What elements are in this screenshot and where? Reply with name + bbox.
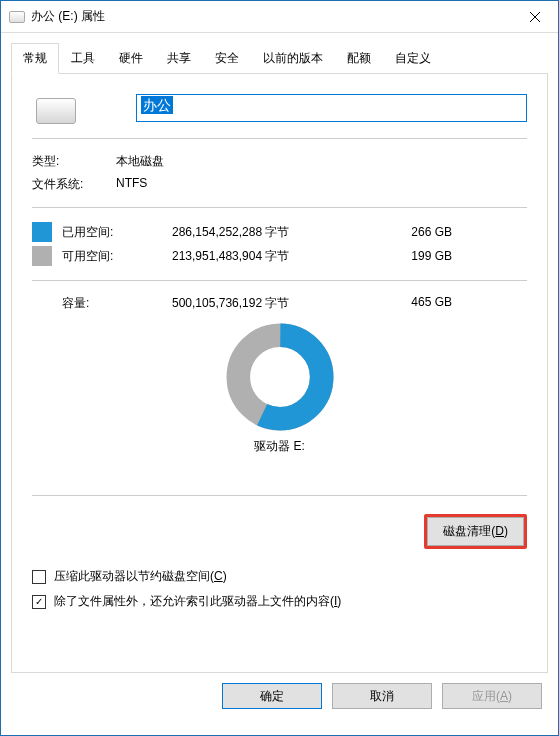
tab-4[interactable]: 安全 bbox=[203, 43, 251, 74]
used-gb: 266 GB bbox=[372, 225, 452, 239]
usage-pie-chart bbox=[225, 322, 335, 432]
drive-letter-label: 驱动器 E: bbox=[32, 438, 527, 455]
tab-7[interactable]: 自定义 bbox=[383, 43, 443, 74]
compress-label: 压缩此驱动器以节约磁盘空间(C) bbox=[54, 568, 227, 585]
capacity-label: 容量: bbox=[32, 295, 172, 312]
free-label: 可用空间: bbox=[62, 248, 172, 265]
tab-0[interactable]: 常规 bbox=[11, 43, 59, 74]
properties-window: 办公 (E:) 属性 常规工具硬件共享安全以前的版本配额自定义 办公 类型: 本… bbox=[0, 0, 559, 736]
free-swatch bbox=[32, 246, 52, 266]
window-title: 办公 (E:) 属性 bbox=[31, 8, 512, 25]
divider bbox=[32, 207, 527, 208]
filesystem-value: NTFS bbox=[116, 176, 527, 193]
index-label: 除了文件属性外，还允许索引此驱动器上文件的内容(I) bbox=[54, 593, 341, 610]
drive-name-value: 办公 bbox=[141, 96, 173, 114]
used-bytes: 286,154,252,288 字节 bbox=[172, 224, 372, 241]
drive-large-icon bbox=[36, 98, 76, 124]
divider bbox=[32, 495, 527, 496]
dialog-footer: 确定 取消 应用(A) bbox=[1, 673, 558, 709]
divider bbox=[32, 280, 527, 281]
close-icon bbox=[530, 12, 540, 22]
index-checkbox[interactable]: ✓ bbox=[32, 595, 46, 609]
titlebar[interactable]: 办公 (E:) 属性 bbox=[1, 1, 558, 33]
used-swatch bbox=[32, 222, 52, 242]
tab-6[interactable]: 配额 bbox=[335, 43, 383, 74]
usage-pie-wrap bbox=[32, 322, 527, 432]
filesystem-label: 文件系统: bbox=[32, 176, 116, 193]
disk-cleanup-button[interactable]: 磁盘清理(D) bbox=[424, 514, 527, 549]
ok-button[interactable]: 确定 bbox=[222, 683, 322, 709]
used-label: 已用空间: bbox=[62, 224, 172, 241]
divider bbox=[32, 138, 527, 139]
apply-button[interactable]: 应用(A) bbox=[442, 683, 542, 709]
type-label: 类型: bbox=[32, 153, 116, 170]
type-value: 本地磁盘 bbox=[116, 153, 527, 170]
tab-area: 常规工具硬件共享安全以前的版本配额自定义 办公 类型: 本地磁盘 文件系统: N… bbox=[1, 33, 558, 673]
tab-strip: 常规工具硬件共享安全以前的版本配额自定义 bbox=[11, 43, 548, 74]
tab-5[interactable]: 以前的版本 bbox=[251, 43, 335, 74]
compress-checkbox[interactable] bbox=[32, 570, 46, 584]
drive-name-input[interactable]: 办公 bbox=[136, 94, 527, 122]
tab-3[interactable]: 共享 bbox=[155, 43, 203, 74]
tab-1[interactable]: 工具 bbox=[59, 43, 107, 74]
capacity-bytes: 500,105,736,192 字节 bbox=[172, 295, 372, 312]
capacity-gb: 465 GB bbox=[372, 295, 452, 312]
cancel-button[interactable]: 取消 bbox=[332, 683, 432, 709]
free-bytes: 213,951,483,904 字节 bbox=[172, 248, 372, 265]
drive-icon bbox=[9, 11, 25, 23]
tab-2[interactable]: 硬件 bbox=[107, 43, 155, 74]
close-button[interactable] bbox=[512, 1, 558, 33]
tab-general-content: 办公 类型: 本地磁盘 文件系统: NTFS 已用空间: 286,154,252… bbox=[11, 73, 548, 673]
free-gb: 199 GB bbox=[372, 249, 452, 263]
